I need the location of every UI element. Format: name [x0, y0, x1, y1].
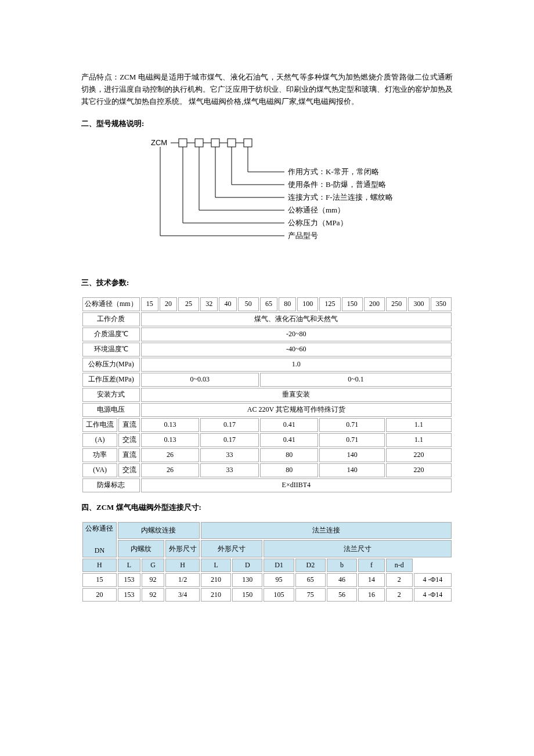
section-3-title: 三、技术参数:	[81, 277, 453, 289]
svg-text:使用条件：B-防爆，普通型略: 使用条件：B-防爆，普通型略	[288, 180, 386, 189]
dims-table: 公称通径DN 内螺纹连接 法兰连接 内螺纹 外形尺寸 外形尺寸 法兰尺寸 H L…	[81, 521, 453, 603]
svg-text:连接方式：F-法兰连接，螺纹略: 连接方式：F-法兰连接，螺纹略	[288, 193, 393, 201]
dims-dn-header: 公称通径DN	[82, 522, 117, 558]
section-2-title: 二、型号规格说明:	[81, 118, 453, 130]
param-label: 公称通径（mm）	[82, 297, 140, 311]
intro-link-3[interactable]: 煤气电磁阀报价	[298, 97, 351, 106]
svg-text:公称通径（mm）: 公称通径（mm）	[288, 206, 345, 214]
svg-text:公称压力（MPa）: 公称压力（MPa）	[288, 218, 348, 227]
svg-text:产品型号: 产品型号	[288, 231, 318, 240]
intro-link-1[interactable]: 煤气电磁阀价格	[189, 97, 241, 106]
svg-rect-1	[179, 139, 187, 147]
table-row: 15 153 92 1/2 210 130 95 65 46 14 2 4 -Φ…	[82, 573, 452, 586]
svg-rect-9	[244, 139, 252, 147]
model-diagram: ZCM 作用方式：K-常开，常闭略 使用条件：B-防爆，普通型略 连接方式：F-…	[151, 137, 453, 269]
params-table: 公称通径（mm） 15 20 25 32 40 50 65 80 100 125…	[81, 296, 453, 494]
svg-text:作用方式：K-常开，常闭略: 作用方式：K-常开，常闭略	[287, 167, 379, 176]
intro-link-2[interactable]: 煤气电磁阀厂家	[244, 97, 297, 106]
diagram-prefix: ZCM	[151, 138, 167, 147]
section-4-title: 四、ZCM 煤气电磁阀外型连接尺寸:	[81, 502, 453, 514]
svg-rect-5	[211, 139, 219, 147]
intro-paragraph: 产品特点：ZCM 电磁阀是适用于城市煤气、液化石油气，天然气等多种煤气为加热燃烧…	[81, 71, 453, 107]
svg-rect-3	[195, 139, 203, 147]
table-row: 20 153 92 3/4 210 150 105 75 56 16 2 4 -…	[82, 588, 452, 602]
svg-rect-7	[228, 139, 236, 147]
